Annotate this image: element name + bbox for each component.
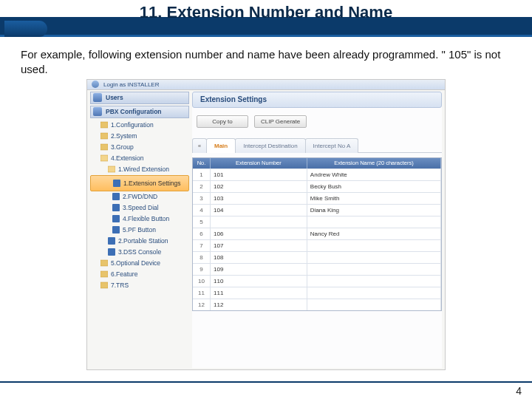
cell-extension-number[interactable]: 111	[211, 287, 307, 299]
cell-no: 4	[193, 204, 211, 216]
cell-no: 1	[193, 168, 211, 180]
sidebar-band-users[interactable]: Users	[90, 92, 189, 104]
table-row[interactable]: 11111	[193, 287, 441, 299]
tree-item-optional-device[interactable]: 5.Optional Device	[90, 258, 189, 269]
cell-extension-name[interactable]	[307, 275, 441, 287]
tree-item-speed-dial[interactable]: 3.Speed Dial	[90, 202, 189, 214]
sidebar-tree: Users PBX Configuration 1.Configuration …	[90, 92, 189, 368]
cell-extension-name[interactable]	[307, 287, 441, 299]
cell-no: 11	[193, 287, 211, 299]
main-panel: Extension Settings Copy to CLIP Generate…	[192, 92, 442, 368]
table-row[interactable]: 6106Nancy Red	[193, 228, 441, 239]
cell-extension-name[interactable]: Andrew White	[307, 168, 441, 180]
cell-extension-number[interactable]: 108	[211, 251, 307, 263]
tab-intercept-destination[interactable]: Intercept Destination	[235, 138, 305, 153]
tab-main[interactable]: Main	[206, 138, 236, 153]
page-number: 4	[516, 385, 522, 397]
cell-extension-number[interactable]: 112	[211, 299, 307, 310]
slide-title: 11. Extension Number and Name	[140, 3, 392, 22]
tree-item-portable-station[interactable]: 2.Portable Station	[90, 236, 189, 247]
cell-no: 5	[193, 216, 211, 228]
svg-rect-4	[108, 166, 115, 172]
cell-no: 6	[193, 228, 211, 239]
tree-item-dss-console[interactable]: 3.DSS Console	[90, 247, 189, 258]
sidebar-band-config[interactable]: PBX Configuration	[90, 106, 189, 118]
tree-item-pf-button[interactable]: 5.PF Button	[90, 225, 189, 236]
page-icon	[113, 180, 120, 187]
panel-title: Extension Settings	[192, 92, 442, 108]
cell-extension-number[interactable]: 106	[211, 228, 307, 239]
tree-item-configuration[interactable]: 1.Configuration	[90, 120, 189, 131]
tree-item-wired-extension[interactable]: 1.Wired Extension	[90, 164, 189, 175]
table-row[interactable]: 1101Andrew White	[193, 168, 441, 180]
cell-extension-number[interactable]: 110	[211, 275, 307, 287]
clip-generate-button[interactable]: CLIP Generate	[254, 115, 307, 128]
tree-item-flexible-button[interactable]: 4.Flexible Button	[90, 214, 189, 225]
page-icon	[108, 237, 115, 245]
cell-extension-name[interactable]	[307, 251, 441, 263]
table-row[interactable]: 5	[193, 216, 441, 228]
page-icon	[112, 193, 120, 200]
table-row[interactable]: 3103Mike Smith	[193, 192, 441, 204]
cell-extension-number[interactable]: 107	[211, 239, 307, 251]
tree-item-trs[interactable]: 7.TRS	[90, 280, 189, 291]
table-row[interactable]: 10110	[193, 275, 441, 287]
copy-to-button[interactable]: Copy to	[197, 115, 248, 128]
tab-scroll-left[interactable]: «	[192, 138, 207, 153]
cell-no: 3	[193, 192, 211, 204]
login-text: Login as INSTALLER	[103, 81, 159, 88]
table-row[interactable]: 9109	[193, 263, 441, 275]
users-icon	[93, 93, 102, 102]
tab-intercept-no-a[interactable]: Intercept No A	[305, 138, 359, 153]
cell-extension-number[interactable]: 101	[211, 168, 307, 180]
svg-rect-0	[100, 122, 108, 128]
cell-no: 2	[193, 180, 211, 192]
cell-no: 8	[193, 251, 211, 263]
table-header: No. Extension Number Extension Name (20 …	[193, 158, 441, 168]
cell-extension-name[interactable]	[307, 263, 441, 275]
config-icon	[93, 107, 102, 116]
cell-extension-number[interactable]	[211, 216, 307, 228]
cell-extension-name[interactable]	[307, 239, 441, 251]
page-icon	[108, 248, 115, 256]
tree-item-extension-settings[interactable]: 1.Extension Settings	[90, 175, 189, 191]
button-row: Copy to CLIP Generate	[192, 115, 442, 128]
extension-table: No. Extension Number Extension Name (20 …	[192, 157, 442, 311]
screenshot-body: Users PBX Configuration 1.Configuration …	[86, 89, 446, 370]
cell-extension-number[interactable]: 103	[211, 192, 307, 204]
login-icon	[92, 81, 99, 88]
folder-open-icon	[100, 154, 108, 162]
tab-bar: « Main Intercept Destination Intercept N…	[192, 138, 442, 153]
cell-extension-name[interactable]: Nancy Red	[307, 228, 441, 239]
svg-rect-1	[100, 133, 108, 139]
folder-icon	[100, 270, 108, 278]
cell-extension-name[interactable]: Diana King	[307, 204, 441, 216]
cell-extension-number[interactable]: 109	[211, 263, 307, 275]
col-no: No.	[193, 158, 211, 168]
table-row[interactable]: 4104Diana King	[193, 204, 441, 216]
folder-open-icon	[108, 166, 115, 173]
table-row[interactable]: 2102Becky Bush	[193, 180, 441, 192]
cell-extension-name[interactable]: Becky Bush	[307, 180, 441, 192]
page-icon	[112, 215, 120, 222]
cell-extension-name[interactable]: Mike Smith	[307, 192, 441, 204]
tree-item-fwd-dnd[interactable]: 2.FWD/DND	[90, 191, 189, 202]
svg-rect-3	[100, 155, 108, 161]
table-row[interactable]: 7107	[193, 239, 441, 251]
cell-no: 10	[193, 275, 211, 287]
tree-item-system[interactable]: 2.System	[90, 131, 189, 142]
cell-extension-name[interactable]	[307, 216, 441, 228]
folder-icon	[100, 121, 108, 129]
cell-no: 9	[193, 263, 211, 275]
table-row[interactable]: 12112	[193, 299, 441, 310]
cell-extension-number[interactable]: 102	[211, 180, 307, 192]
tree-item-extension[interactable]: 4.Extension	[90, 153, 189, 164]
screenshot-frame: Login as INSTALLER Users PBX Configurati…	[86, 89, 446, 370]
col-extension-name: Extension Name (20 characters)	[307, 158, 441, 168]
table-row[interactable]: 8108	[193, 251, 441, 263]
tree-item-group[interactable]: 3.Group	[90, 142, 189, 153]
cell-extension-number[interactable]: 104	[211, 204, 307, 216]
page-icon	[112, 204, 120, 211]
cell-extension-name[interactable]	[307, 299, 441, 310]
tree-item-feature[interactable]: 6.Feature	[90, 269, 189, 280]
